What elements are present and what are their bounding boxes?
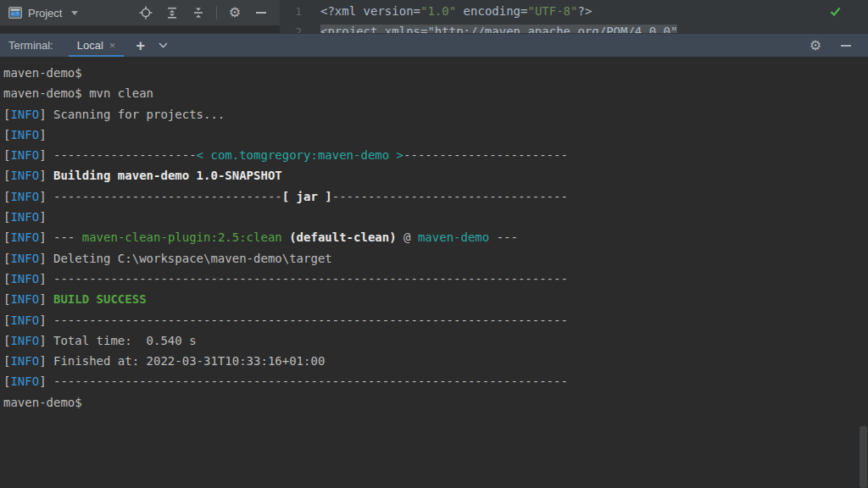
chevron-down-icon[interactable] — [159, 42, 168, 48]
text-segment: ] Finished at: 2022-03-31T10:33:16+01:00 — [39, 354, 325, 368]
terminal-output[interactable]: maven-demo$maven-demo$ mvn clean[INFO] S… — [0, 57, 868, 488]
text-segment: INFO — [10, 272, 39, 286]
gear-glyph: ⚙ — [810, 39, 821, 53]
text-segment: ] Deleting C:\workspace\maven-demo\targe… — [39, 252, 332, 265]
terminal-line: [INFO] Scanning for projects... — [3, 104, 868, 125]
terminal-line: [INFO] — [3, 207, 868, 227]
terminal-line: [INFO] Deleting C:\workspace\maven-demo\… — [3, 248, 868, 269]
text-segment: ----------------------- — [403, 148, 568, 162]
text-segment: <project xmlns="http://maven.apache.org/… — [320, 25, 677, 33]
text-segment — [282, 230, 289, 244]
terminal-line: maven-demo$ mvn clean — [3, 83, 868, 103]
terminal-line: maven-demo$ — [3, 392, 868, 413]
text-segment: INFO — [10, 313, 39, 327]
hide-panel-icon[interactable] — [253, 4, 270, 21]
text-segment: maven-clean-plugin:2.5:clean — [82, 230, 282, 244]
terminal-line: [INFO] ---------------------------------… — [3, 371, 868, 391]
minus-glyph — [256, 12, 266, 14]
terminal-scrollbar-thumb[interactable] — [860, 426, 867, 488]
terminal-line: [INFO] — [3, 125, 868, 145]
text-segment: INFO — [10, 190, 39, 203]
terminal-label: Terminal: — [8, 39, 53, 52]
settings-gear-icon[interactable]: ⚙ — [226, 4, 243, 21]
project-toolbar-actions: ⚙ — [137, 4, 280, 21]
text-segment: ] -------------------------------- — [39, 190, 282, 203]
terminal-line: [INFO] --------------------------------[… — [3, 186, 868, 207]
expand-all-icon[interactable] — [164, 4, 181, 21]
inspections-ok-icon[interactable] — [830, 6, 841, 17]
text-segment: ] — [39, 210, 46, 224]
line-number: 2 — [280, 25, 302, 34]
terminal-header-actions: ⚙ — [807, 37, 860, 54]
text-segment: encoding= — [456, 4, 527, 18]
text-segment: "UTF-8" — [527, 4, 577, 18]
text-segment: ] — [39, 128, 46, 141]
terminal-line: maven-demo$ — [3, 63, 868, 83]
ide-window: Project — [0, 0, 868, 488]
terminal-line: [INFO] --- maven-clean-plugin:2.5:clean … — [3, 227, 868, 247]
gear-glyph: ⚙ — [229, 6, 241, 19]
text-segment: INFO — [10, 292, 39, 306]
text-segment: INFO — [10, 354, 39, 368]
text-segment: [ jar ] — [282, 190, 332, 203]
text-segment: ] — [39, 292, 53, 306]
text-segment: ] --------------------------------------… — [39, 374, 568, 388]
new-terminal-session-icon[interactable]: + — [136, 38, 145, 53]
text-segment: maven-demo$ — [3, 396, 82, 409]
text-segment: @ — [397, 230, 418, 244]
text-segment: ] --------------------------------------… — [39, 272, 568, 286]
terminal-line: [INFO] Finished at: 2022-03-31T10:33:16+… — [3, 351, 868, 371]
terminal-line: [INFO] Total time: 0.540 s — [3, 330, 868, 351]
terminal-line: [INFO] BUILD SUCCESS — [3, 289, 868, 309]
text-segment: maven-demo$ — [3, 66, 82, 80]
text-segment: ] --------------------------------------… — [39, 313, 568, 327]
code-line-2: <project xmlns="http://maven.apache.org/… — [320, 25, 677, 33]
project-toolwindow-header: Project — [0, 0, 280, 26]
text-segment: "1.0" — [420, 4, 456, 18]
chevron-down-icon — [71, 11, 78, 15]
line-number: 1 — [280, 5, 302, 18]
text-segment: INFO — [10, 230, 39, 244]
terminal-tab-local[interactable]: Local × — [69, 34, 125, 58]
text-segment: ?> — [577, 4, 592, 18]
text-segment: ] -------------------- — [39, 148, 196, 162]
close-tab-icon[interactable]: × — [109, 39, 116, 52]
code-line-1: <?xml version="1.0" encoding="UTF-8"?> — [320, 4, 592, 18]
collapse-all-icon[interactable] — [190, 4, 207, 21]
text-segment: ] --- — [39, 230, 82, 244]
text-segment: --- — [489, 230, 518, 244]
text-segment: INFO — [10, 169, 39, 182]
editor-line-2: 2 <project xmlns="http://maven.apache.or… — [280, 22, 868, 33]
text-segment: INFO — [10, 148, 39, 162]
terminal-hide-icon[interactable] — [837, 37, 854, 54]
text-segment: <?xml version= — [320, 4, 420, 18]
terminal-line: [INFO] Building maven-demo 1.0-SNAPSHOT — [3, 165, 868, 186]
text-segment: INFO — [10, 374, 39, 388]
text-segment: maven-demo — [418, 230, 489, 244]
text-segment: INFO — [10, 252, 39, 265]
terminal-tab-label: Local — [77, 39, 103, 52]
text-segment: ] — [39, 169, 53, 182]
text-segment: INFO — [10, 108, 39, 121]
terminal-header: Terminal: Local × + ⚙ — [0, 33, 868, 57]
text-segment: INFO — [10, 210, 39, 224]
locate-file-icon[interactable] — [137, 4, 154, 21]
text-segment: BUILD SUCCESS — [53, 292, 147, 306]
text-segment: ] Scanning for projects... — [39, 108, 225, 121]
terminal-settings-gear-icon[interactable]: ⚙ — [807, 37, 824, 54]
text-segment: ] Total time: 0.540 s — [39, 334, 196, 347]
project-title: Project — [28, 7, 62, 19]
minus-glyph — [841, 45, 851, 47]
text-segment: INFO — [10, 128, 39, 141]
project-window-icon — [8, 7, 22, 19]
project-selector[interactable]: Project — [0, 7, 78, 19]
terminal-line: [INFO] ---------------------------------… — [3, 310, 868, 330]
text-segment: < com.tomgregory:maven-demo > — [197, 148, 403, 162]
editor-pane[interactable]: 1 <?xml version="1.0" encoding="UTF-8"?>… — [280, 0, 868, 33]
project-panel-edge — [0, 26, 280, 33]
editor-line-1: 1 <?xml version="1.0" encoding="UTF-8"?> — [280, 2, 868, 20]
text-segment: --------------------------------- — [332, 190, 568, 203]
text-segment: INFO — [10, 334, 39, 347]
text-segment: Building maven-demo 1.0-SNAPSHOT — [53, 169, 282, 182]
text-segment: (default-clean) — [289, 230, 396, 244]
